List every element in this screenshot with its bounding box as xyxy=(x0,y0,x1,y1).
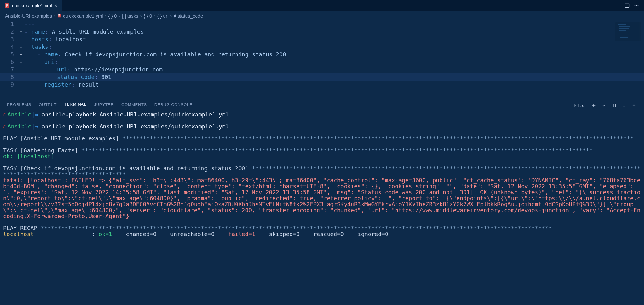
code-content: --- xyxy=(25,20,35,28)
breadcrumb-item[interactable]: Ansible-URI-examples xyxy=(5,13,52,19)
chevron-up-icon[interactable] xyxy=(631,102,637,109)
code-content: url: https://devopsjunction.com xyxy=(36,66,163,73)
braces-icon: { } xyxy=(157,13,162,19)
breadcrumb-text: uri xyxy=(163,13,169,19)
braces-icon: { } xyxy=(144,13,148,19)
breadcrumb-sep: › xyxy=(154,13,155,19)
breadcrumb-sep: › xyxy=(105,13,107,19)
file-icon xyxy=(57,13,62,19)
code-line[interactable]: 6 uri: xyxy=(0,58,644,66)
panel-tab-problems[interactable]: PROBLEMS xyxy=(7,102,31,109)
code-content: register: result xyxy=(31,81,99,88)
indent-guide xyxy=(25,58,31,66)
panel-tabs: PROBLEMSOUTPUTTERMINALJUPYTERCOMMENTSDEB… xyxy=(0,99,644,110)
breadcrumb[interactable]: Ansible-URI-examples›quickexample1.yml›{… xyxy=(0,11,644,20)
breadcrumb-item[interactable]: { }0 xyxy=(108,13,117,19)
chevron-down-icon[interactable] xyxy=(601,102,607,109)
breadcrumb-item[interactable]: [ ]tasks xyxy=(122,13,138,19)
line-number: 6 xyxy=(0,58,18,66)
bottom-panel: PROBLEMSOUTPUTTERMINALJUPYTERCOMMENTSDEB… xyxy=(0,99,644,304)
prompt-circle-icon xyxy=(3,113,6,116)
line-number: 4 xyxy=(0,43,18,51)
tab-close-icon[interactable]: × xyxy=(55,3,57,8)
indent-guide xyxy=(31,66,36,73)
breadcrumb-sep: › xyxy=(119,13,120,19)
code-body[interactable]: 1---2- name: Ansible URI module examples… xyxy=(0,20,644,88)
prompt-command: ansible-playbook xyxy=(42,123,99,130)
minimap[interactable] xyxy=(615,22,641,41)
split-terminal-icon[interactable] xyxy=(611,102,617,109)
svg-rect-7 xyxy=(575,104,578,107)
line-number: 3 xyxy=(0,36,18,43)
yaml-file-icon xyxy=(4,3,9,8)
prompt-arg: Ansible-URI-examples/quickexample1.yml xyxy=(100,123,229,130)
more-actions-icon[interactable] xyxy=(633,3,640,9)
editor[interactable]: 1---2- name: Ansible URI module examples… xyxy=(0,20,644,99)
line-number: 5 xyxy=(0,51,18,58)
breadcrumb-item[interactable]: { }uri xyxy=(157,13,168,19)
braces-icon: { } xyxy=(108,13,113,19)
breadcrumb-text: tasks xyxy=(127,13,138,19)
panel-tab-debug-console[interactable]: DEBUG CONSOLE xyxy=(154,102,192,109)
breadcrumb-text: 0 xyxy=(114,13,117,19)
fold-toggle[interactable] xyxy=(18,45,25,48)
panel-tab-jupyter[interactable]: JUPYTER xyxy=(94,102,114,109)
shell-name: zsh xyxy=(580,103,587,108)
code-line[interactable]: 8 status_code: 301 xyxy=(0,73,644,81)
split-editor-icon[interactable] xyxy=(624,3,630,9)
breadcrumb-sep: › xyxy=(140,13,142,19)
svg-point-4 xyxy=(636,5,637,6)
line-number: 9 xyxy=(0,81,18,88)
brackets-icon: [ ] xyxy=(122,13,126,19)
indent-guide xyxy=(25,51,31,58)
fold-toggle[interactable] xyxy=(18,60,25,64)
code-line[interactable]: 1--- xyxy=(0,20,644,28)
breadcrumb-sep: › xyxy=(54,13,55,19)
breadcrumb-item[interactable]: quickexample1.yml xyxy=(57,13,103,19)
code-content: hosts: localhost xyxy=(25,36,86,43)
panel-right-controls: zsh xyxy=(574,102,637,109)
indent-guide xyxy=(25,73,31,81)
line-number: 7 xyxy=(0,66,18,73)
code-line[interactable]: 4 tasks: xyxy=(0,43,644,51)
breadcrumb-text: quickexample1.yml xyxy=(63,13,103,19)
indent-guide xyxy=(25,81,31,88)
tab-bar: quickexample1.yml × xyxy=(0,0,644,11)
line-number: 8 xyxy=(0,73,18,81)
panel-tab-comments[interactable]: COMMENTS xyxy=(121,102,147,109)
code-content: status_code: 301 xyxy=(36,73,111,81)
code-line[interactable]: 9 register: result xyxy=(0,81,644,88)
prompt-circle-icon xyxy=(3,125,6,128)
breadcrumb-text: 0 xyxy=(149,13,152,19)
fold-toggle[interactable] xyxy=(18,53,25,56)
code-content: tasks: xyxy=(25,43,52,51)
breadcrumb-item[interactable]: #status_code xyxy=(174,13,203,19)
panel-tab-terminal[interactable]: TERMINAL xyxy=(64,102,86,109)
new-terminal-icon[interactable] xyxy=(591,102,597,109)
panel-tab-output[interactable]: OUTPUT xyxy=(39,102,57,109)
code-line[interactable]: 2- name: Ansible URI module examples xyxy=(0,28,644,36)
tabbar-right-icons xyxy=(619,3,644,9)
terminal-output[interactable]: Ansible|⇒ ansible-playbook Ansible-URI-e… xyxy=(0,110,644,304)
svg-point-5 xyxy=(638,5,639,6)
fold-toggle[interactable] xyxy=(18,30,25,33)
prompt-arg: Ansible-URI-examples/quickexample1.yml xyxy=(100,111,229,118)
code-content: - name: Ansible URI module examples xyxy=(25,28,144,36)
breadcrumb-text: Ansible-URI-examples xyxy=(5,13,52,19)
tab-active[interactable]: quickexample1.yml × xyxy=(0,0,62,11)
trash-icon[interactable] xyxy=(621,102,627,109)
line-number: 2 xyxy=(0,28,18,36)
breadcrumb-text: status_code xyxy=(178,13,203,19)
indent-guide xyxy=(31,73,36,81)
breadcrumb-sep: › xyxy=(170,13,172,19)
code-content: - name: Check if devopsjunction.com is a… xyxy=(31,51,286,58)
prompt-env: Ansible xyxy=(8,123,31,130)
code-line[interactable]: 3 hosts: localhost xyxy=(0,36,644,43)
code-line[interactable]: 5 - name: Check if devopsjunction.com is… xyxy=(0,51,644,58)
prompt-command: ansible-playbook xyxy=(42,111,99,118)
breadcrumb-item[interactable]: { }0 xyxy=(144,13,152,19)
tab-filename: quickexample1.yml xyxy=(12,3,52,8)
code-line[interactable]: 7 url: https://devopsjunction.com xyxy=(0,66,644,73)
hash-icon: # xyxy=(174,13,176,19)
shell-indicator[interactable]: zsh xyxy=(574,103,587,108)
